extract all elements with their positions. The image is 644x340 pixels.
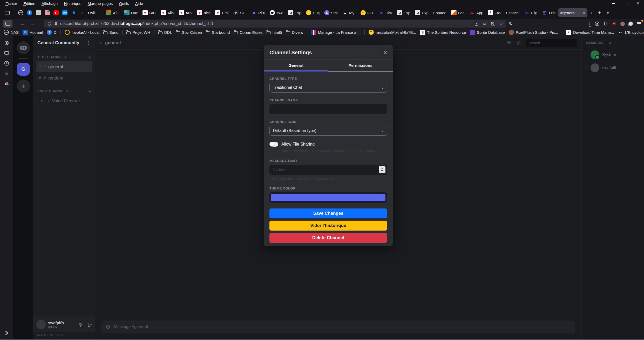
browser-tab-discor[interactable]: Discor [377,8,395,17]
browser-tab-espace-abo[interactable]: Espace abo [504,8,522,17]
spinner-up-icon[interactable] [381,168,383,169]
channel-name-input[interactable] [269,104,387,114]
channel-type-select[interactable]: Traditional Chat ∨ [269,83,387,93]
tab-general[interactable]: General [264,60,328,71]
history-clock-icon[interactable] [4,60,10,66]
reload-icon[interactable]: ↻ [509,21,513,27]
extension-blob-icon[interactable] [629,22,633,26]
spinner-down-icon[interactable] [381,170,383,172]
add-channel-icon[interactable]: + [89,89,91,93]
close-window-button[interactable]: × [632,0,644,7]
bookmark-sprite-database[interactable]: Sprite Database [470,30,505,35]
menu-marque-pages[interactable]: Marque-pages [85,1,116,6]
bookmark-ddl[interactable]: DDL [158,30,172,35]
tab-close-icon[interactable]: × [583,11,585,15]
bookmark-the-spriters-resource[interactable]: The Spriters Resource [420,30,466,35]
url-bar[interactable]: discord-like-php-chat-7262.dev.flatlogic… [44,20,506,28]
browser-tab-espace-clie[interactable]: Espace clie [431,8,449,17]
pinned-tab-globe[interactable] [16,9,25,17]
add-server-button[interactable]: + [17,80,30,93]
ublock-icon[interactable]: uO [612,21,616,26]
members-toggle-icon[interactable] [506,40,512,45]
channel-random[interactable]: ##random [36,73,92,84]
server-menu-icon[interactable]: ⋮ [86,40,91,45]
pinned-tab-facebook[interactable] [25,9,34,17]
file-sharing-toggle[interactable] [269,142,278,147]
browser-tab-free[interactable]: Free : [486,8,504,17]
bookmark-hotmail[interactable]: Hotmail [23,30,43,35]
browser-tab-emie0[interactable]: Emie0 [213,8,231,17]
forward-button[interactable]: → [28,20,37,28]
maximize-button[interactable] [620,0,632,7]
menu-outils[interactable]: Outils [116,1,132,6]
menu-historique[interactable]: Historique [61,1,84,6]
account-icon[interactable] [595,21,600,26]
pinned-tab-diamond[interactable] [34,9,43,17]
bookmark-starbound[interactable]: Starbound [206,30,230,35]
new-tab-button[interactable]: + [595,10,604,16]
delete-channel-button[interactable]: Delete Channel [269,233,387,243]
member-swefpifh[interactable]: #swefpifh [582,61,644,74]
search-input[interactable] [526,39,577,47]
lock-icon[interactable] [54,22,58,26]
back-button[interactable]: ← [18,20,28,28]
browser-tab-flux[interactable]: FLUX. [358,8,377,17]
save-button[interactable]: Save Changes [269,208,387,218]
browser-tab-stable[interactable]: Stable [322,8,340,17]
attach-plus-icon[interactable]: ⊕ [106,323,110,330]
app-menu-icon[interactable] [637,22,641,25]
bookmark-pixelplush-studio-pix[interactable]: PixelPlush Studio - Pix... [509,30,558,35]
sidebar-settings-gear-icon[interactable] [4,330,10,336]
number-spinner[interactable] [379,166,385,173]
pinned-tab-dlive[interactable] [69,9,78,17]
bookmark-download-time-mana[interactable]: Download Time Mana... [566,30,614,35]
browser-tab-appar[interactable]: Appar [467,8,486,17]
menu-aide[interactable]: Aide [132,1,146,6]
bookmark-star-icon[interactable]: ☆ [499,21,503,27]
bookmark-star-citizen[interactable]: Star Citizen [176,30,202,35]
pinned-tab-sprite[interactable] [43,9,52,17]
browser-tab-explor[interactable]: Explor [395,8,413,17]
menu-affichage[interactable]: Affichage [39,1,60,6]
discord-home-icon[interactable] [17,41,30,54]
bookmark-nas[interactable]: NAS [4,30,19,35]
browser-tab-explor[interactable]: Explor [286,8,304,17]
member-system[interactable]: #System [582,48,644,61]
bookmark-invokeai-local[interactable]: InvokeAI - Local [65,30,100,35]
browser-tab-bruni[interactable]: Bruni [140,8,159,17]
bookmark-projet-wh[interactable]: Projet WH [126,30,150,35]
browser-tab-genera[interactable]: #genera× [558,8,587,17]
browser-tab-eligibi[interactable]: Eligibi [522,8,540,17]
pinned-tab-dsm[interactable] [60,9,69,17]
shield-icon[interactable] [47,22,52,26]
browser-tab-hawai[interactable]: Hawai [122,8,140,17]
menu-dition[interactable]: Édition [21,1,38,6]
logout-icon[interactable] [87,322,92,327]
list-tabs-icon[interactable]: ∨ [604,10,612,15]
scroll-tabs-right-icon[interactable]: › [587,10,595,16]
browser-tab-swefpi[interactable]: swefpi [268,8,286,17]
bookmark-d[interactable]: D [47,30,57,35]
channel-icon-select[interactable]: Default (Based on type) ∨ [269,126,387,136]
browser-tab-locati[interactable]: Locati [449,8,467,17]
browser-tab-plugin[interactable]: Plugin [249,8,268,17]
settings-gear-icon[interactable] [78,322,83,327]
server-icon-general-community[interactable]: G [17,63,30,76]
user-avatar[interactable] [36,320,46,329]
bookmark-mariage-la-france[interactable]: Mariage - La France à ... [311,30,361,35]
add-channel-icon[interactable]: + [89,55,91,59]
translate-icon[interactable]: A [483,22,487,26]
bookmark-mistralai-mixtral-8x7b[interactable]: mistralai/Mixtral-8x7B... [369,30,416,35]
server-header[interactable]: General Community ⋮ [33,36,95,50]
browser-tab-t-will[interactable]: t will [86,8,104,17]
chatgpt-icon[interactable] [4,40,10,46]
extensions-puzzle-icon[interactable] [604,21,608,26]
clear-history-button[interactable]: Vider l'historique [269,221,387,231]
browser-tab-all-siz[interactable]: All Siz [104,8,122,17]
screenshot-icon[interactable] [4,50,10,56]
downloads-icon[interactable]: ↓ [589,21,591,27]
channel-general[interactable]: ##general [36,61,92,72]
modal-close-icon[interactable]: × [384,50,387,56]
extension-face-icon[interactable] [620,22,625,26]
bookmark-divers[interactable]: Divers [286,30,303,35]
